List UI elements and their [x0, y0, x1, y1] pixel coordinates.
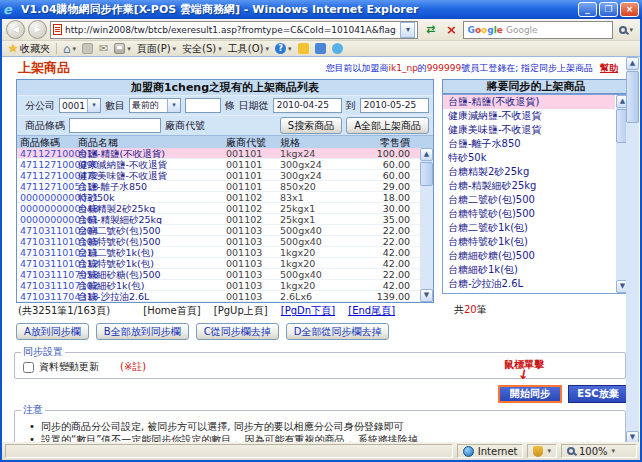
- help-menu[interactable]: ?▾: [275, 43, 292, 54]
- back-button[interactable]: ◀: [6, 20, 25, 39]
- scroll-down-icon[interactable]: ▼: [420, 289, 433, 302]
- search-input[interactable]: Google: [506, 25, 538, 35]
- start-sync-button[interactable]: 開始同步: [498, 385, 562, 403]
- barcode-input[interactable]: [69, 118, 161, 133]
- help-link[interactable]: 幫助: [600, 63, 618, 73]
- close-button[interactable]: ×: [620, 2, 639, 17]
- list-item[interactable]: 健康減納鹽-不收退貨: [443, 109, 615, 123]
- url-dropdown-icon[interactable]: ▾: [400, 22, 415, 38]
- search-products-button[interactable]: S搜索商品: [280, 117, 342, 134]
- search-box[interactable]: Google Google: [463, 21, 613, 39]
- date-to-input[interactable]: 2010-05-25: [360, 98, 429, 113]
- favorites-button[interactable]: ★ 收藏夾: [8, 42, 50, 56]
- feeds-icon[interactable]: [82, 43, 93, 54]
- data-update-checkbox[interactable]: [23, 362, 34, 373]
- forward-button[interactable]: ▶: [28, 20, 47, 39]
- table-row[interactable]: 0000000000031 特砂50k 001102 83x1 18.00: [17, 192, 433, 203]
- notes-fieldset: 注意 同步的商品分公司設定, 被同步方可以選擇, 同步方的要以相應分公司身份登錄…: [14, 403, 626, 444]
- scroll-thumb[interactable]: [626, 71, 639, 123]
- research-icon[interactable]: [332, 43, 343, 54]
- sync-listbox[interactable]: 台鹽-精鹽(不收退貨)健康減納鹽-不收退貨健康美味鹽-不收退貨台鹽-離子水850…: [442, 94, 630, 294]
- list-item[interactable]: 台鹽-精鹽(不收退貨): [443, 95, 615, 109]
- list-item[interactable]: 台糖精製2砂25kg: [443, 165, 615, 179]
- list-item[interactable]: 特砂50k: [443, 151, 615, 165]
- cell-price: 35.00: [339, 214, 415, 224]
- table-row[interactable]: 4710311010204 台糖二號砂(包)500 001103 500gx40…: [17, 225, 433, 236]
- list-item[interactable]: 台糖二號砂1k(包): [443, 221, 615, 235]
- list-item[interactable]: 台糖特號砂(包)500: [443, 207, 615, 221]
- cell-spec: 300gx24: [277, 159, 339, 169]
- home-button[interactable]: ⌂▾: [63, 43, 76, 55]
- maximize-button[interactable]: ❐: [599, 2, 618, 17]
- table-row[interactable]: 4710311704318 台糖-沙拉油2.6L 001103 2.6Lx6 1…: [17, 291, 433, 302]
- stop-icon[interactable]: ×: [442, 21, 460, 39]
- url-box[interactable]: http://win2008/tw/btcb/exeresult1.asp?fr…: [50, 21, 418, 39]
- safety-menu[interactable]: 安全(S)▾: [182, 42, 222, 56]
- table-row[interactable]: 4710311010211 台糖二號砂1k(包) 001103 1kgx20 4…: [17, 247, 433, 258]
- minimize-button[interactable]: _: [578, 2, 597, 17]
- cell-vendor: 001103: [223, 225, 277, 235]
- cell-barcode: 4711271005118: [17, 181, 75, 191]
- chevron-down-icon[interactable]: ▾: [87, 99, 100, 112]
- add-all-to-sync-button[interactable]: B全部放到同步欄: [96, 323, 189, 340]
- table-row[interactable]: 4710311010112 台糖特號砂1k(包) 001103 1kgx20 4…: [17, 258, 433, 269]
- cell-barcode: 4710311010112: [17, 258, 75, 268]
- table-row[interactable]: 4710311107058 台糖細砂糖(包)500 001103 500gx40…: [17, 269, 433, 280]
- table-row[interactable]: 0000000000048 台糖精製2砂25kg 001102 25kgx1 3…: [17, 203, 433, 214]
- page-menu[interactable]: 頁面(P)▾: [137, 42, 176, 56]
- print-button[interactable]: ▾: [114, 43, 131, 54]
- unit-label: 條: [225, 99, 235, 113]
- table-row[interactable]: 4710311107102 台糖細砂1k(包) 001103 1kgx20 42…: [17, 280, 433, 291]
- cell-spec: 83x1: [277, 192, 339, 202]
- cell-spec: 500gx40: [277, 225, 339, 235]
- list-item[interactable]: 台糖細砂1k(包): [443, 263, 615, 277]
- page-scrollbar[interactable]: ▲ ▼: [626, 57, 639, 444]
- cell-barcode: 0000000000031: [17, 192, 75, 202]
- list-item[interactable]: 台鹽-離子水850: [443, 137, 615, 151]
- list-item[interactable]: 台糖特號砂1k(包): [443, 235, 615, 249]
- list-item[interactable]: 台糖二號砂(包)500: [443, 193, 615, 207]
- cell-barcode: 4711271000014: [17, 148, 75, 158]
- table-row[interactable]: 4711271005118 台鹽-離子水850 001101 850x20 29…: [17, 181, 433, 192]
- list-item[interactable]: 台糖-精製細砂25kg: [443, 179, 615, 193]
- scroll-thumb[interactable]: [420, 162, 433, 186]
- table-row[interactable]: 0000000000161 台糖-精製細砂25kg 001102 25kgx1 …: [17, 214, 433, 225]
- zoom-control[interactable]: 100% ▾: [561, 444, 637, 458]
- tools-menu[interactable]: 工具(O)▾: [228, 42, 269, 56]
- messenger-icon[interactable]: [298, 43, 309, 54]
- list-item[interactable]: 健康美味鹽-不收退貨: [443, 123, 615, 137]
- page-end-link[interactable]: [End尾頁]: [348, 305, 395, 316]
- table-scrollbar[interactable]: ▲ ▼: [420, 148, 433, 302]
- cell-vendor: 001101: [223, 181, 277, 191]
- remove-from-sync-button[interactable]: C從同步欄去掉: [196, 323, 279, 340]
- filter-panel[interactable]: ▾: [527, 444, 557, 458]
- scroll-up-icon[interactable]: ▲: [626, 57, 639, 70]
- order-select[interactable]: 最前的▾: [129, 98, 181, 113]
- barcode-label: 商品條碼: [25, 119, 65, 133]
- refresh-icon[interactable]: ⇄: [421, 21, 439, 39]
- add-to-sync-button[interactable]: A放到同步欄: [16, 323, 89, 340]
- mail-icon[interactable]: ✉: [99, 43, 108, 54]
- note-item: 同步的商品分公司設定, 被同步方可以選擇, 同步方的要以相應分公司身份登錄即可: [15, 420, 625, 433]
- branch-select[interactable]: 0001▾: [59, 98, 101, 113]
- table-row[interactable]: 4711271000472 健康美味鹽-不收退貨 001101 300gx24 …: [17, 170, 433, 181]
- url-text[interactable]: http://win2008/tw/btcb/exeresult1.asp?fr…: [65, 25, 397, 35]
- cell-name: 健康美味鹽-不收退貨: [75, 170, 223, 180]
- chevron-down-icon[interactable]: ▾: [167, 99, 180, 112]
- page-down-link[interactable]: [PgDn下頁]: [281, 305, 335, 316]
- list-item[interactable]: 台糖細砂糖(包)500: [443, 249, 615, 263]
- table-row[interactable]: 4711271000014 台鹽-精鹽(不收退貨) 001101 1kgx24 …: [17, 148, 433, 159]
- list-item[interactable]: 台糖-沙拉油2.6L: [443, 277, 615, 291]
- table-row[interactable]: 4710311010105 台糖特號砂(包)500 001103 500gx40…: [17, 236, 433, 247]
- esc-cancel-button[interactable]: ESC放棄: [568, 385, 628, 403]
- table-row[interactable]: 4711271000090 健康減納鹽-不收退貨 001101 300gx24 …: [17, 159, 433, 170]
- remove-all-from-sync-button[interactable]: D全部從同步欄去掉: [286, 323, 390, 340]
- date-from-input[interactable]: 2010-04-25: [273, 98, 342, 113]
- cell-spec: 25kgx1: [277, 214, 339, 224]
- count-input[interactable]: [185, 98, 221, 113]
- cell-price: 60.00: [339, 170, 415, 180]
- onenote-icon[interactable]: [315, 43, 326, 54]
- all-products-button[interactable]: A全部上架商品: [346, 117, 429, 134]
- scroll-up-icon[interactable]: ▲: [420, 148, 433, 161]
- search-button[interactable]: ▾: [616, 21, 636, 39]
